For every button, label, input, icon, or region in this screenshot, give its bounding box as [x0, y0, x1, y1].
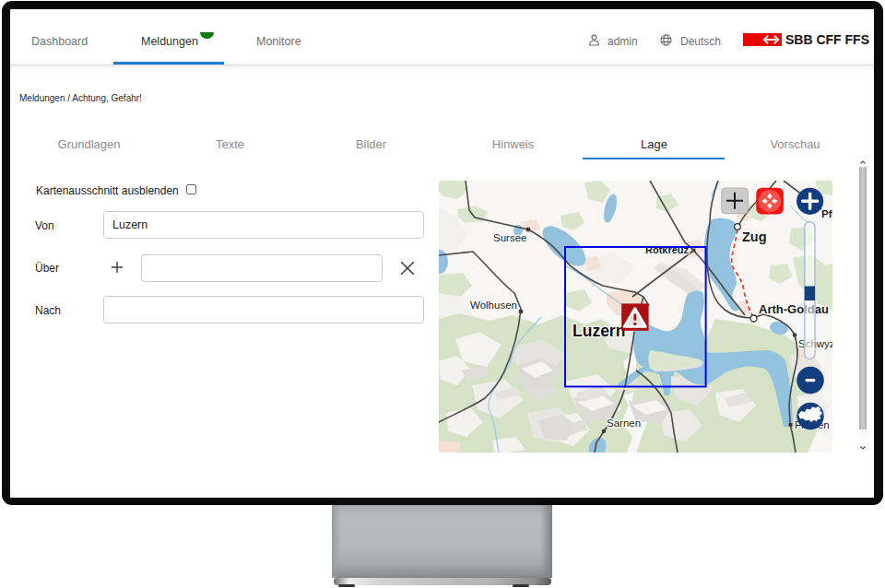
svg-text:Luzern: Luzern — [572, 322, 625, 340]
svg-text:Sursee: Sursee — [493, 232, 526, 243]
svg-text:Wolhusen: Wolhusen — [470, 300, 517, 311]
svg-text:Arth-Goldau: Arth-Goldau — [759, 302, 829, 316]
svg-text:Sarnen: Sarnen — [607, 417, 641, 429]
svg-text:Zug: Zug — [742, 229, 767, 244]
svg-text:Pfä: Pfä — [821, 208, 832, 219]
svg-text:Rotkreuz: Rotkreuz — [645, 244, 690, 255]
